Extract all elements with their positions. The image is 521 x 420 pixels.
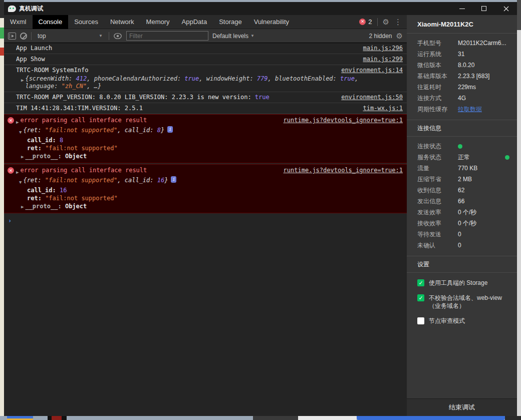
log-levels-label: Default levels	[212, 33, 248, 40]
object-preview[interactable]: {ret: "fail:not supported", call_id: 8}	[23, 126, 164, 134]
device-name: Xiaomi-M2011K2C	[407, 15, 517, 34]
tab-network[interactable]: Network	[104, 15, 140, 29]
info-row: 运行系统 31	[407, 49, 517, 60]
tab-memory[interactable]: Memory	[140, 15, 176, 29]
chevron-down-icon: ▼	[99, 34, 103, 38]
maximize-icon	[481, 6, 486, 11]
source-link[interactable]: environment.js:50	[341, 94, 403, 101]
setting-label: 使用工具端的 Storage	[429, 279, 487, 287]
console-toolbar: top ▼ Default levels ▼ 2 hidden ⚙	[4, 29, 407, 43]
clear-console-icon[interactable]	[20, 33, 27, 40]
checkbox-checked-icon[interactable]: ✓	[417, 279, 424, 286]
expand-arrow-icon[interactable]: ▶	[16, 168, 19, 176]
taskbar-fragment	[298, 416, 357, 420]
tab-sources[interactable]: Sources	[68, 15, 104, 29]
kebab-menu-icon[interactable]: ⋮	[394, 18, 402, 26]
collapse-arrow-icon[interactable]: ▼	[19, 128, 22, 136]
settings-gear-icon[interactable]: ⚙	[383, 18, 389, 26]
close-icon	[503, 6, 509, 12]
live-expression-eye-icon[interactable]	[113, 33, 122, 40]
info-row: 手机型号 M2011K2Carm6...	[407, 38, 517, 49]
object-proto[interactable]: ▶__proto__: Object	[7, 152, 403, 161]
log-text: TIM 14:41:28.341:TIM.VERSION: 2.5.1	[16, 105, 357, 112]
source-link[interactable]: environment.js:14	[341, 67, 403, 74]
minimize-button[interactable]	[451, 2, 473, 15]
tab-appdata[interactable]: AppData	[176, 15, 213, 29]
window-title: 真机调试	[19, 5, 43, 13]
desktop-left-green-fragment	[0, 28, 4, 39]
setting-label: 不校验合法域名、web-view（业务域名）	[429, 294, 510, 310]
wechat-devtools-icon	[8, 6, 16, 12]
context-selector[interactable]: top ▼	[36, 32, 105, 41]
setting-node-inspect-mode[interactable]: 节点审查模式	[417, 317, 510, 325]
console-sidebar-icon[interactable]	[8, 33, 16, 40]
divider	[109, 32, 109, 40]
error-count-badge[interactable]: ✕ 2	[359, 18, 372, 26]
console-row: App Show main.js:299	[4, 54, 407, 65]
log-text: TRTC-ROOM APP_VERSION: 8.0.20 LIB_VERSIO…	[16, 94, 335, 101]
connected-status-dot	[458, 144, 462, 149]
info-row: 流量 770 KB	[407, 163, 517, 174]
object-property: ret: "fail:not supported"	[7, 194, 403, 202]
tab-console[interactable]: Console	[33, 15, 69, 29]
console-row: TRTC-ROOM APP_VERSION: 8.0.20 LIB_VERSIO…	[4, 92, 407, 103]
expand-arrow-icon[interactable]: ▶	[21, 204, 24, 209]
checkbox-checked-icon[interactable]: ✓	[417, 294, 424, 301]
collapse-arrow-icon[interactable]: ▼	[19, 178, 22, 186]
source-link[interactable]: main.js:299	[363, 56, 403, 63]
log-text: App Launch	[16, 45, 357, 52]
info-badge-icon[interactable]: i	[167, 126, 173, 133]
info-row: 接收效率 0 个/秒	[407, 218, 517, 229]
divider	[31, 32, 32, 40]
object-proto[interactable]: ▶__proto__: Object	[7, 202, 403, 211]
divider	[377, 18, 378, 26]
setting-storage[interactable]: ✓ 使用工具端的 Storage	[417, 279, 510, 287]
taskbar-fragment	[253, 416, 298, 420]
taskbar-fragment	[52, 416, 62, 420]
error-text: error parsing call interface result	[20, 116, 277, 124]
log-levels-dropdown[interactable]: Default levels ▼	[212, 33, 254, 40]
error-icon: ✕	[359, 19, 366, 25]
settings-section-title: 设置	[407, 256, 517, 273]
expand-arrow-icon[interactable]: ▶	[21, 77, 24, 90]
console-input-row[interactable]: ›	[4, 214, 407, 227]
log-text: TRTC-ROOM SystemInfo	[16, 67, 335, 74]
end-debug-button[interactable]: 结束调试	[407, 398, 517, 416]
device-info-section: 手机型号 M2011K2Carm6... 运行系统 31 微信版本 8.0.20…	[407, 34, 517, 120]
source-link[interactable]: runtime.js?devtools_ignore=true:1	[284, 116, 403, 124]
info-row: 连接状态	[407, 141, 517, 152]
maximize-button[interactable]	[473, 2, 495, 15]
console-prompt-icon: ›	[8, 217, 12, 224]
title-bar: 真机调试	[4, 2, 517, 15]
tab-vulnerability[interactable]: Vulnerability	[248, 15, 295, 29]
filter-input[interactable]	[126, 31, 208, 41]
object-preview[interactable]: {screenWidth: 412, phoneCalendarAuthoriz…	[25, 75, 367, 90]
window-controls	[451, 2, 517, 15]
tab-wxml[interactable]: Wxml	[4, 15, 33, 29]
close-button[interactable]	[495, 2, 517, 15]
console-row: TRTC-ROOM SystemInfo environment.js:14 ▶…	[4, 65, 407, 92]
pull-data-link[interactable]: 拉取数据	[458, 105, 482, 114]
info-row: 发送效率 0 个/秒	[407, 207, 517, 218]
service-status-dot	[505, 155, 509, 160]
object-property: call_id: 16	[7, 186, 403, 194]
expand-arrow-icon[interactable]: ▶	[16, 118, 19, 126]
object-preview[interactable]: {ret: "fail:not supported", call_id: 16}	[23, 176, 168, 184]
console-row: TIM 14:41:28.341:TIM.VERSION: 2.5.1 tim-…	[4, 103, 407, 114]
info-row: 周期性缓存 拉取数据	[407, 104, 517, 115]
console-panel: Wxml Console Sources Network Memory AppD…	[4, 15, 407, 416]
info-badge-icon[interactable]: i	[171, 176, 176, 183]
console-settings-gear-icon[interactable]: ⚙	[396, 32, 403, 40]
expand-arrow-icon[interactable]: ▶	[21, 154, 24, 159]
settings-section: ✓ 使用工具端的 Storage ✓ 不校验合法域名、web-view（业务域名…	[407, 273, 517, 332]
tab-storage[interactable]: Storage	[213, 15, 248, 29]
source-link[interactable]: runtime.js?devtools_ignore=true:1	[284, 166, 403, 174]
minimize-icon	[459, 6, 465, 12]
source-link[interactable]: main.js:296	[363, 45, 403, 52]
setting-skip-domain-check[interactable]: ✓ 不校验合法域名、web-view（业务域名）	[417, 294, 510, 310]
source-link[interactable]: tim-wx.js:1	[363, 105, 403, 112]
desktop-left-sliver	[0, 0, 4, 420]
checkbox-unchecked-icon[interactable]	[417, 317, 424, 324]
error-icon: ✕	[8, 117, 14, 124]
info-row: 连接方式 4G	[407, 93, 517, 104]
